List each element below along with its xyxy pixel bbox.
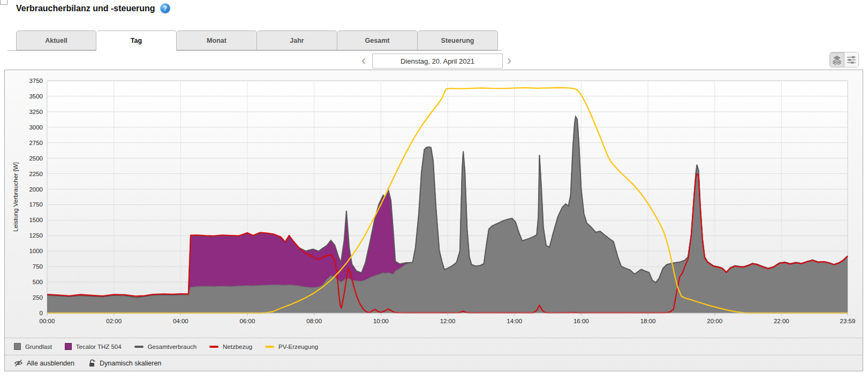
- y-tick-label: 750: [33, 263, 43, 270]
- y-tick-label: 250: [33, 294, 43, 301]
- legend-line-swatch: [134, 346, 144, 348]
- layers-view-button[interactable]: [830, 52, 844, 67]
- x-tick-label: 23:59: [840, 318, 856, 324]
- y-axis-title: Leistung Verbraucher [W]: [12, 162, 19, 232]
- x-tick-label: 14:00: [507, 318, 522, 324]
- x-tick-label: 22:00: [774, 318, 789, 324]
- hide-all-button[interactable]: Alle ausblenden: [14, 359, 74, 367]
- layers-icon: [832, 55, 842, 65]
- dynamic-scale-label: Dynamisch skalieren: [100, 360, 161, 367]
- chart-controls: Alle ausblenden Dynamisch skalieren ?: [5, 355, 863, 371]
- tab-monat[interactable]: Monat: [177, 31, 257, 50]
- unlock-icon: [88, 359, 96, 367]
- y-tick-label: 1500: [29, 217, 43, 223]
- x-tick-label: 16:00: [573, 318, 589, 324]
- legend-label: Netzbezug: [223, 344, 252, 350]
- x-tick-label: 08:00: [306, 318, 322, 324]
- date-picker-field[interactable]: Dienstag, 20. April 2021: [372, 54, 503, 68]
- legend-area-swatch: [14, 343, 21, 350]
- sliders-icon: [847, 55, 856, 65]
- daily-consumption-chart[interactable]: 0250500750100012501500175020002250250027…: [5, 70, 863, 338]
- y-tick-label: 2250: [29, 171, 43, 177]
- y-tick-label: 1750: [29, 201, 43, 208]
- previous-day-button[interactable]: ‹: [358, 54, 369, 68]
- legend-area-swatch: [65, 343, 72, 350]
- tab-strip: AktuellTagMonatJahrGesamtSteuerung: [16, 31, 498, 51]
- y-tick-label: 1250: [29, 232, 43, 239]
- chart-panel: 0250500750100012501500175020002250250027…: [4, 70, 863, 371]
- legend-item-netzbezug[interactable]: Netzbezug: [209, 344, 252, 350]
- x-tick-label: 20:00: [707, 318, 722, 324]
- legend-item-pv-erzeugung[interactable]: PV-Erzeugung: [265, 344, 318, 350]
- y-tick-label: 500: [33, 279, 43, 285]
- hide-all-label: Alle ausblenden: [27, 360, 74, 367]
- legend-label: PV-Erzeugung: [278, 344, 318, 350]
- legend-line-swatch: [209, 346, 218, 348]
- x-tick-label: 00:00: [40, 318, 55, 324]
- tab-tag[interactable]: Tag: [96, 31, 177, 51]
- y-tick-label: 2750: [29, 140, 43, 146]
- x-tick-label: 06:00: [240, 318, 255, 324]
- tab-gesamt[interactable]: Gesamt: [337, 31, 418, 50]
- next-day-button[interactable]: ›: [503, 54, 515, 68]
- legend-line-swatch: [265, 346, 274, 348]
- page-title: Verbraucherbilanz und -steuerung ?: [16, 3, 170, 13]
- help-icon[interactable]: ?: [160, 3, 170, 13]
- y-tick-label: 3500: [29, 93, 43, 100]
- x-tick-label: 02:00: [106, 318, 122, 324]
- chart-legend: GrundlastTecalor THZ 504GesamtverbrauchN…: [5, 338, 863, 355]
- legend-item-gesamtverbrauch[interactable]: Gesamtverbrauch: [134, 344, 197, 350]
- eye-off-icon: [14, 359, 23, 367]
- legend-label: Grundlast: [25, 344, 52, 350]
- chart-view-toggle: [829, 52, 859, 67]
- tab-aktuell[interactable]: Aktuell: [16, 31, 96, 50]
- y-tick-label: 3000: [29, 124, 43, 131]
- tab-jahr[interactable]: Jahr: [257, 31, 337, 50]
- x-tick-label: 04:00: [173, 318, 188, 324]
- legend-item-grundlast[interactable]: Grundlast: [14, 343, 52, 350]
- x-tick-label: 12:00: [440, 318, 456, 324]
- y-tick-label: 3250: [29, 109, 43, 115]
- y-tick-label: 3750: [29, 78, 43, 84]
- dynamic-scale-toggle[interactable]: Dynamisch skalieren: [88, 359, 161, 367]
- x-tick-label: 18:00: [640, 318, 656, 324]
- y-tick-label: 2000: [29, 186, 43, 193]
- x-tick-label: 10:00: [373, 318, 389, 324]
- legend-label: Tecalor THZ 504: [76, 344, 122, 350]
- y-tick-label: 1000: [29, 248, 43, 254]
- legend-label: Gesamtverbrauch: [148, 344, 197, 350]
- tab-steuerung[interactable]: Steuerung: [418, 31, 498, 50]
- y-tick-label: 2500: [29, 155, 43, 162]
- legend-item-tecalor-thz-504[interactable]: Tecalor THZ 504: [65, 343, 122, 350]
- y-tick-label: 0: [40, 310, 43, 316]
- page-title-text: Verbraucherbilanz und -steuerung: [16, 4, 155, 13]
- date-navigation: ‹ Dienstag, 20. April 2021 ›: [0, 53, 868, 69]
- chart-svg: 0250500750100012501500175020002250250027…: [5, 70, 863, 338]
- settings-view-button[interactable]: [844, 52, 858, 67]
- corner-artifact: [0, 0, 7, 5]
